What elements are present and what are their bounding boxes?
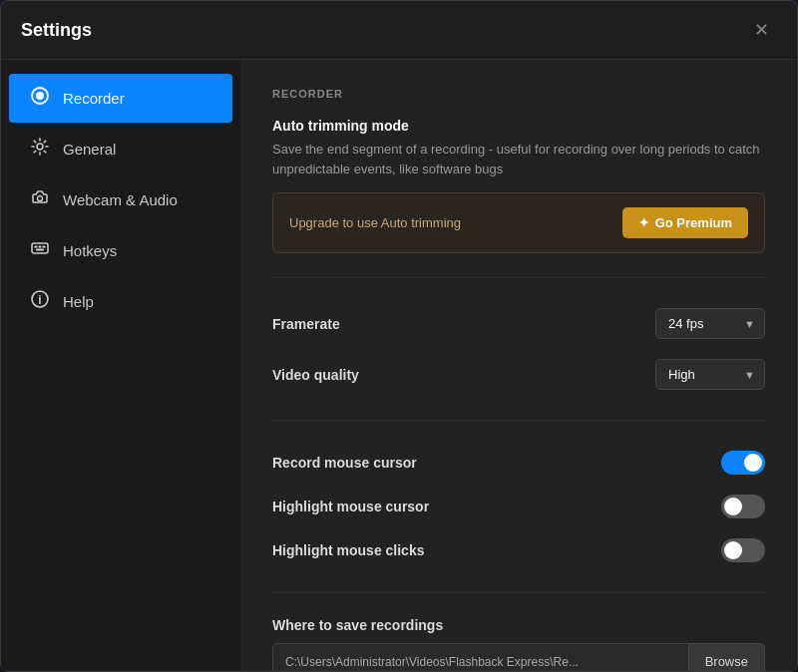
highlight-clicks-toggle[interactable] bbox=[721, 538, 765, 562]
svg-rect-5 bbox=[35, 246, 38, 248]
framerate-row: Framerate 12 fps 24 fps 30 fps 60 fps ▼ bbox=[272, 298, 765, 349]
dialog-title: Settings bbox=[21, 20, 92, 41]
svg-point-2 bbox=[37, 144, 43, 150]
auto-trim-desc: Save the end segment of a recording - us… bbox=[272, 140, 765, 178]
sidebar-item-webcam-label: Webcam & Audio bbox=[63, 191, 178, 208]
svg-rect-7 bbox=[43, 246, 46, 248]
video-quality-row: Video quality Low Medium High Ultra ▼ bbox=[272, 349, 765, 400]
premium-label: Go Premium bbox=[655, 215, 732, 230]
framerate-select-wrapper: 12 fps 24 fps 30 fps 60 fps ▼ bbox=[655, 308, 765, 339]
video-quality-select[interactable]: Low Medium High Ultra bbox=[655, 359, 765, 390]
record-cursor-toggle[interactable] bbox=[721, 451, 765, 475]
svg-point-1 bbox=[36, 92, 44, 100]
svg-rect-8 bbox=[36, 249, 44, 251]
close-button[interactable]: ✕ bbox=[746, 17, 777, 43]
go-premium-button[interactable]: ✦ Go Premium bbox=[622, 207, 748, 238]
webcam-audio-icon bbox=[29, 187, 51, 212]
auto-trim-title: Auto trimming mode bbox=[272, 118, 765, 134]
auto-trimming-block: Auto trimming mode Save the end segment … bbox=[272, 118, 765, 253]
highlight-clicks-label: Highlight mouse clicks bbox=[272, 542, 424, 558]
highlight-clicks-slider bbox=[721, 538, 765, 562]
sidebar-item-recorder[interactable]: Recorder bbox=[9, 74, 232, 123]
save-location-section: Where to save recordings Browse bbox=[272, 617, 765, 671]
record-cursor-label: Record mouse cursor bbox=[272, 455, 417, 471]
svg-rect-6 bbox=[39, 246, 42, 248]
framerate-label: Framerate bbox=[272, 316, 340, 332]
highlight-clicks-row: Highlight mouse clicks bbox=[272, 528, 765, 572]
main-content: RECORDER Auto trimming mode Save the end… bbox=[240, 60, 797, 671]
svg-text:i: i bbox=[38, 293, 41, 307]
sidebar-item-recorder-label: Recorder bbox=[63, 90, 125, 107]
sidebar-item-hotkeys-label: Hotkeys bbox=[63, 242, 117, 259]
general-icon bbox=[29, 137, 51, 162]
browse-button[interactable]: Browse bbox=[688, 644, 764, 671]
highlight-cursor-label: Highlight mouse cursor bbox=[272, 499, 429, 514]
divider-1 bbox=[272, 277, 765, 278]
save-location-label: Where to save recordings bbox=[272, 617, 765, 633]
record-cursor-row: Record mouse cursor bbox=[272, 441, 765, 485]
sidebar-item-help[interactable]: i Help bbox=[9, 277, 232, 326]
save-path-row: Browse bbox=[272, 643, 765, 671]
hotkeys-icon bbox=[29, 238, 51, 263]
highlight-cursor-toggle[interactable] bbox=[721, 495, 765, 518]
framerate-select[interactable]: 12 fps 24 fps 30 fps 60 fps bbox=[655, 308, 765, 339]
sidebar-item-general-label: General bbox=[63, 141, 116, 158]
divider-2 bbox=[272, 420, 765, 421]
save-path-input[interactable] bbox=[273, 644, 688, 671]
upgrade-text: Upgrade to use Auto trimming bbox=[289, 215, 461, 230]
dialog-header: Settings ✕ bbox=[1, 1, 797, 60]
upgrade-banner: Upgrade to use Auto trimming ✦ Go Premiu… bbox=[272, 192, 765, 253]
video-quality-label: Video quality bbox=[272, 367, 359, 383]
sidebar-item-help-label: Help bbox=[63, 293, 94, 310]
premium-icon: ✦ bbox=[638, 215, 649, 230]
sidebar-item-general[interactable]: General bbox=[9, 125, 232, 173]
sidebar: Recorder General bbox=[1, 60, 240, 671]
video-quality-select-wrapper: Low Medium High Ultra ▼ bbox=[655, 359, 765, 390]
svg-rect-4 bbox=[32, 243, 48, 253]
record-cursor-slider bbox=[721, 451, 765, 475]
dialog-body: Recorder General bbox=[1, 60, 797, 671]
help-icon: i bbox=[29, 289, 51, 314]
highlight-cursor-row: Highlight mouse cursor bbox=[272, 485, 765, 528]
highlight-cursor-slider bbox=[721, 495, 765, 518]
svg-point-3 bbox=[38, 196, 43, 201]
sidebar-item-webcam-audio[interactable]: Webcam & Audio bbox=[9, 175, 232, 224]
section-label: RECORDER bbox=[272, 88, 765, 100]
recorder-icon bbox=[29, 86, 51, 111]
divider-3 bbox=[272, 592, 765, 593]
settings-dialog: Settings ✕ Recorder bbox=[0, 0, 798, 672]
sidebar-item-hotkeys[interactable]: Hotkeys bbox=[9, 226, 232, 275]
